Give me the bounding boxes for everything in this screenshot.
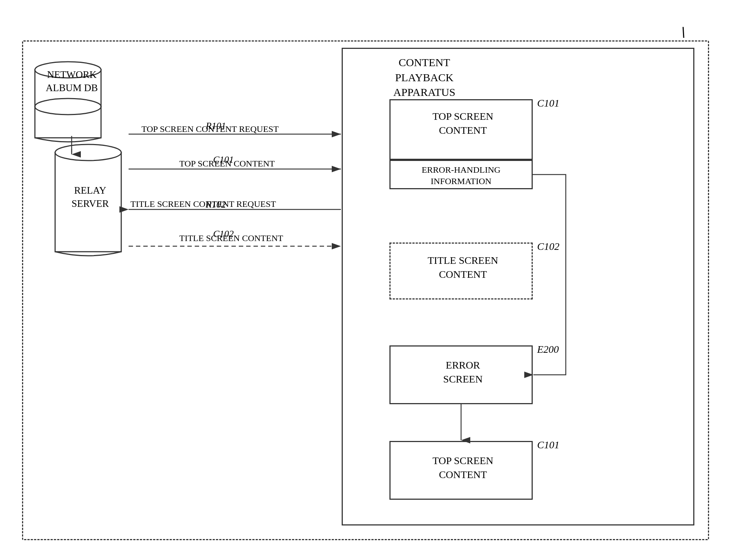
- cpa-title: CONTENT PLAYBACKAPPARATUS: [371, 55, 478, 100]
- network-album-db-cylinder: [33, 53, 107, 149]
- tsc-top-ref: C101: [537, 97, 560, 109]
- network-album-db-label: NETWORKALBUM DB: [40, 68, 104, 95]
- system-label-tick: ∖: [677, 25, 686, 40]
- r102-label: TITLE SCREEN CONTENT REQUEST: [130, 199, 276, 209]
- error-screen-ref: E200: [537, 344, 559, 355]
- error-screen-label: ERRORSCREEN: [400, 358, 525, 386]
- title-sc-ref: C102: [537, 241, 560, 252]
- top-screen-content-label-top: TOP SCREENCONTENT: [400, 110, 525, 137]
- tsc-bottom-ref: C101: [537, 439, 560, 451]
- c101-top-ref-arrow: C101: [213, 154, 234, 165]
- title-screen-content-label: TITLE SCREENCONTENT: [400, 254, 525, 281]
- r101-label: TOP SCREEN CONTENT REQUEST: [141, 124, 279, 134]
- svg-point-2: [35, 98, 101, 115]
- c102-ref-arrow: C102: [213, 229, 234, 240]
- relay-server-label: RELAYSERVER: [60, 184, 121, 211]
- top-screen-content-label-bottom: TOP SCREENCONTENT: [400, 454, 525, 482]
- error-handling-info-label: ERROR-HANDLINGINFORMATION: [395, 164, 527, 187]
- svg-point-4: [55, 144, 121, 161]
